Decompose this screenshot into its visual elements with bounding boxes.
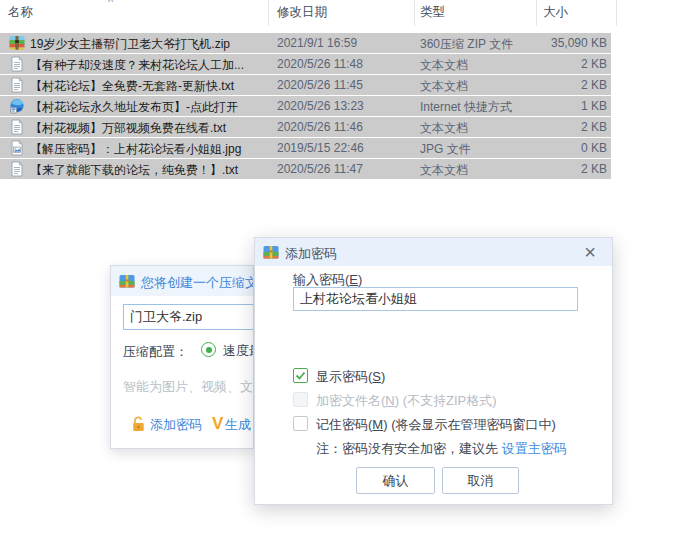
file-name: 【来了就能下载的论坛，纯免费！】.txt [30, 162, 266, 179]
file-size: 2 KB [581, 120, 607, 134]
file-type: 360压缩 ZIP 文件 [420, 36, 534, 53]
dialog-title: 添加密码 [285, 245, 337, 263]
close-icon[interactable]: × [578, 239, 602, 265]
archive-filename-input[interactable] [123, 304, 254, 330]
file-type: JPG 文件 [420, 141, 534, 158]
zip-app-icon [263, 244, 279, 260]
file-type: 文本文档 [420, 78, 534, 95]
table-row[interactable]: 【来了就能下载的论坛，纯免费！】.txt 2020/5/26 11:47 文本文… [0, 159, 611, 179]
note-text: 注：密码没有安全加密，建议先 [316, 441, 502, 456]
label-text: ) (将会显示在管理密码窗口中) [383, 417, 556, 432]
column-divider[interactable] [616, 0, 617, 26]
mnemonic-key: E [349, 272, 358, 287]
dialog-title: 您将创建一个压缩文件 [141, 274, 254, 292]
zip-archive-icon [9, 35, 25, 51]
file-type: 文本文档 [420, 162, 534, 179]
file-date: 2020/5/26 11:48 [277, 57, 363, 71]
file-type: 文本文档 [420, 120, 534, 137]
file-date: 2021/9/1 16:59 [277, 36, 357, 50]
compression-config-label: 压缩配置： [123, 343, 188, 361]
encrypt-filename-label: 加密文件名(N) (不支持ZIP格式) [316, 392, 497, 410]
jpg-image-icon [9, 140, 25, 156]
compression-config-row: 压缩配置： 速度最 [123, 342, 254, 360]
file-size: 2 KB [581, 57, 607, 71]
table-row[interactable]: 【有种子却没速度？来村花论坛人工加... 2020/5/26 11:48 文本文… [0, 54, 611, 74]
password-input[interactable] [293, 287, 578, 311]
file-date: 2020/5/26 11:45 [277, 78, 363, 92]
confirm-button[interactable]: 确认 [356, 467, 435, 494]
add-password-dialog: 添加密码 × 输入密码(E) 显示密码(S) 加密文件名(N) (不支持ZIP格… [254, 237, 613, 505]
text-file-icon [9, 161, 25, 177]
file-type: 文本文档 [420, 57, 534, 74]
table-row[interactable]: 【村花论坛永久地址发布页】-点此打开 2020/5/26 13:23 Inter… [0, 96, 611, 116]
file-size: 1 KB [581, 99, 607, 113]
label-text: 显示密码( [316, 369, 372, 384]
table-row[interactable]: 【解压密码】：上村花论坛看小姐姐.jpg 2019/5/15 22:46 JPG… [0, 138, 611, 158]
file-name: 【有种子却没速度？来村花论坛人工加... [30, 57, 266, 74]
sort-ascending-icon[interactable]: ^ [108, 0, 113, 8]
label-text: 记住密码( [316, 417, 372, 432]
vip-v-icon: V [212, 414, 223, 434]
file-size: 2 KB [581, 162, 607, 176]
text-file-icon [9, 119, 25, 135]
cancel-button[interactable]: 取消 [442, 467, 519, 494]
security-note: 注：密码没有安全加密，建议先 设置主密码 [316, 440, 567, 458]
smart-compress-hint: 智能为图片、视频、文档 [123, 378, 254, 396]
file-name: 【村花论坛永久地址发布页】-点此打开 [30, 99, 266, 116]
file-size: 35,090 KB [551, 36, 607, 50]
add-password-link[interactable]: 添加密码 [150, 416, 202, 434]
dialog-links-row: 添加密码 V 生成 [111, 414, 254, 436]
column-header-date[interactable]: 修改日期 [277, 4, 327, 21]
desktop-screen: ^ 名称 修改日期 类型 大小 19岁少女主播帮门卫老大爷打飞机.zip 202… [0, 0, 692, 537]
label-text: ) [358, 272, 362, 287]
label-text: 输入密码( [293, 272, 349, 287]
column-divider[interactable] [414, 0, 415, 26]
file-size: 0 KB [581, 141, 607, 155]
file-date: 2019/5/15 22:46 [277, 141, 364, 155]
internet-shortcut-icon [9, 98, 25, 114]
mnemonic-key: M [372, 417, 383, 432]
speed-radio-label[interactable]: 速度最 [223, 342, 254, 360]
file-date: 2020/5/26 11:47 [277, 162, 363, 176]
show-password-label[interactable]: 显示密码(S) [316, 368, 385, 386]
column-divider[interactable] [536, 0, 537, 26]
column-header-type[interactable]: 类型 [420, 4, 445, 21]
file-type: Internet 快捷方式 [420, 99, 534, 116]
table-row[interactable]: 【村花视频】万部视频免费在线看.txt 2020/5/26 11:46 文本文档… [0, 117, 611, 137]
column-header-size[interactable]: 大小 [543, 4, 568, 21]
remember-password-label[interactable]: 记住密码(M) (将会显示在管理密码窗口中) [316, 416, 556, 434]
mnemonic-key: S [372, 369, 381, 384]
file-name: 【村花视频】万部视频免费在线看.txt [30, 120, 266, 137]
column-divider[interactable] [268, 0, 269, 26]
file-date: 2020/5/26 11:46 [277, 120, 363, 134]
text-file-icon [9, 77, 25, 93]
checkbox-checked-icon[interactable] [293, 368, 308, 383]
label-text: 加密文件名( [316, 393, 385, 408]
table-row[interactable]: 【村花论坛】全免费-无套路-更新快.txt 2020/5/26 11:45 文本… [0, 75, 611, 95]
set-master-password-link[interactable]: 设置主密码 [502, 441, 567, 456]
file-name: 【村花论坛】全免费-无套路-更新快.txt [30, 78, 266, 95]
checkbox-unchecked-icon[interactable] [293, 416, 308, 431]
create-archive-dialog: 您将创建一个压缩文件 压缩配置： 速度最 智能为图片、视频、文档 添加密码 V … [110, 265, 254, 449]
table-row[interactable]: 19岁少女主播帮门卫老大爷打飞机.zip 2021/9/1 16:59 360压… [0, 33, 611, 53]
label-text: ) [381, 369, 385, 384]
file-size: 2 KB [581, 78, 607, 92]
label-text: ) (不支持ZIP格式) [395, 393, 497, 408]
checkbox-disabled-icon [293, 392, 308, 407]
generate-link[interactable]: 生成 [225, 416, 251, 434]
unlock-icon [131, 416, 146, 432]
mnemonic-key: N [385, 393, 394, 408]
text-file-icon [9, 56, 25, 72]
dialog-titlebar: 添加密码 × [255, 238, 612, 266]
speed-radio-selected[interactable] [201, 342, 216, 357]
file-name: 19岁少女主播帮门卫老大爷打飞机.zip [30, 36, 266, 53]
zip-app-icon [119, 273, 135, 289]
file-name: 【解压密码】：上村花论坛看小姐姐.jpg [30, 141, 266, 158]
file-date: 2020/5/26 13:23 [277, 99, 364, 113]
dialog-titlebar: 您将创建一个压缩文件 [111, 266, 254, 296]
column-header-name[interactable]: 名称 [8, 4, 33, 21]
